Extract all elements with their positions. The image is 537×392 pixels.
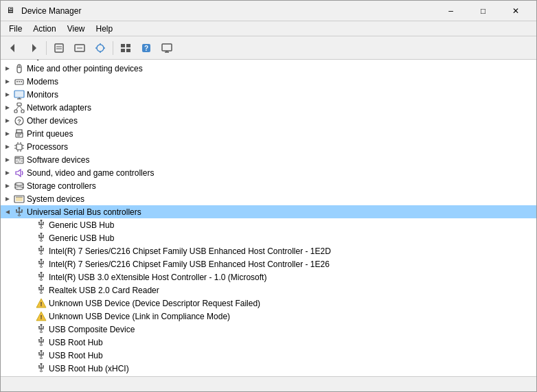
usb-dev-icon: [36, 246, 47, 257]
tree-item-label: USB Root Hub: [49, 351, 103, 360]
chevron-icon: [3, 156, 12, 164]
svg-rect-92: [38, 248, 40, 249]
tree-item-label: Storage controllers: [27, 181, 96, 191]
tree-item-monitors[interactable]: Monitors: [1, 88, 536, 101]
tree-item-label: USB Root Hub: [49, 338, 103, 347]
chevron-icon: [3, 91, 12, 99]
tree-item-network[interactable]: Network adapters: [1, 101, 536, 114]
usb-dev-icon: [36, 259, 47, 270]
monitor-icon: [14, 89, 25, 100]
tree-item-print[interactable]: Print queues: [1, 127, 536, 140]
tree-item-label: USB Root Hub (xHCI): [49, 364, 129, 373]
svg-marker-29: [5, 80, 10, 84]
tree-item-system[interactable]: System devices: [1, 192, 536, 205]
svg-point-33: [21, 81, 22, 82]
scan-button[interactable]: [91, 39, 110, 57]
svg-point-82: [19, 207, 21, 209]
svg-marker-71: [16, 170, 21, 176]
tree-item-intel-1e26[interactable]: Intel(R) 7 Series/C216 Chipset Family US…: [1, 257, 536, 270]
tree-item-label: Other devices: [27, 116, 78, 126]
storage-icon: [14, 181, 25, 192]
usb-dev-icon: [36, 233, 47, 244]
forward-button[interactable]: [24, 39, 43, 57]
tree-item-software[interactable]: </>Software devices: [1, 153, 536, 166]
svg-rect-2: [55, 44, 63, 52]
svg-text:?: ?: [17, 118, 21, 125]
tree-item-root-hub2[interactable]: USB Root Hub: [1, 349, 536, 362]
svg-rect-8: [121, 44, 125, 47]
svg-rect-11: [126, 49, 130, 52]
mouse-icon: [14, 63, 25, 74]
chevron-icon: [3, 117, 12, 125]
usb-dev-icon: [36, 363, 47, 374]
svg-point-116: [41, 363, 43, 365]
svg-rect-83: [16, 209, 17, 211]
chevron-icon: [25, 299, 34, 308]
tree-item-usb[interactable]: Universal Serial Bus controllers: [1, 205, 536, 218]
tree-item-modems[interactable]: Modems: [1, 75, 536, 88]
toolbar: ?: [1, 36, 536, 60]
device-tree[interactable]: KeyboardsMice and other pointing devices…: [1, 60, 536, 376]
svg-marker-39: [5, 106, 10, 110]
svg-point-100: [41, 285, 43, 287]
app-icon: 🖥: [6, 5, 17, 16]
system-icon: [14, 194, 25, 205]
tree-item-mice[interactable]: Mice and other pointing devices: [1, 62, 536, 75]
monitor-button[interactable]: [157, 39, 176, 57]
chevron-icon: [25, 221, 34, 229]
tree-item-label: Processors: [27, 142, 68, 152]
tree-item-intel-1e2d[interactable]: Intel(R) 7 Series/C216 Chipset Family US…: [1, 244, 536, 257]
svg-point-7: [97, 45, 104, 51]
maximize-button[interactable]: □: [468, 1, 499, 21]
sound-icon: [14, 168, 25, 178]
driver-button[interactable]: [70, 39, 89, 57]
tree-item-label: Realtek USB 2.0 Card Reader: [49, 286, 159, 295]
help-button[interactable]: ?: [137, 39, 156, 57]
tree-item-other[interactable]: ?Other devices: [1, 114, 536, 127]
tree-item-root-hub-xhci[interactable]: USB Root Hub (xHCI): [1, 362, 536, 375]
titlebar: 🖥 Device Manager – □ ✕: [1, 1, 536, 21]
tree-item-label: Intel(R) USB 3.0 eXtensible Host Control…: [49, 273, 266, 282]
close-button[interactable]: ✕: [500, 1, 531, 21]
back-button[interactable]: [3, 39, 23, 57]
svg-rect-10: [121, 49, 125, 52]
tree-item-usb-hub1[interactable]: Generic USB Hub: [1, 218, 536, 231]
usb-dev-icon: [36, 220, 47, 231]
svg-point-110: [41, 337, 43, 339]
tree-item-processors[interactable]: Processors: [1, 140, 536, 153]
svg-marker-0: [10, 44, 14, 52]
tree-item-root-hub1[interactable]: USB Root Hub: [1, 336, 536, 349]
properties-button[interactable]: [49, 39, 69, 57]
menu-help[interactable]: Help: [91, 23, 119, 35]
tree-item-usb-hub2[interactable]: Generic USB Hub: [1, 231, 536, 244]
view-button[interactable]: [116, 39, 135, 57]
tree-item-unknown1[interactable]: !Unknown USB Device (Device Descriptor R…: [1, 297, 536, 310]
tree-item-label: Generic USB Hub: [49, 233, 114, 243]
svg-rect-95: [38, 261, 40, 262]
minimize-button[interactable]: –: [435, 1, 466, 21]
svg-rect-41: [14, 110, 17, 113]
svg-point-93: [43, 248, 44, 249]
svg-rect-36: [14, 91, 24, 97]
svg-rect-86: [38, 222, 40, 223]
chevron-icon: [25, 273, 34, 281]
svg-point-102: [43, 287, 44, 288]
svg-text:?: ?: [144, 45, 148, 52]
menu-action[interactable]: Action: [27, 23, 61, 35]
svg-point-90: [43, 235, 44, 236]
tree-item-intel-usb3[interactable]: Intel(R) USB 3.0 eXtensible Host Control…: [1, 270, 536, 284]
tree-item-storage[interactable]: Storage controllers: [1, 179, 536, 192]
tree-item-label: System devices: [27, 194, 84, 204]
tree-item-unknown2[interactable]: !Unknown USB Device (Link in Compliance …: [1, 310, 536, 323]
other-icon: ?: [14, 115, 25, 126]
svg-marker-53: [5, 145, 10, 149]
tree-item-composite[interactable]: USB Composite Device: [1, 323, 536, 336]
menu-file[interactable]: File: [3, 23, 27, 35]
menubar: File Action View Help: [1, 21, 536, 36]
tree-item-realtek[interactable]: Realtek USB 2.0 Card Reader: [1, 284, 536, 297]
tree-item-sound[interactable]: Sound, video and game controllers: [1, 166, 536, 179]
window-controls: – □ ✕: [435, 1, 531, 21]
chip-icon: [14, 141, 25, 152]
menu-view[interactable]: View: [62, 23, 91, 35]
keyboard-icon: [14, 60, 25, 61]
